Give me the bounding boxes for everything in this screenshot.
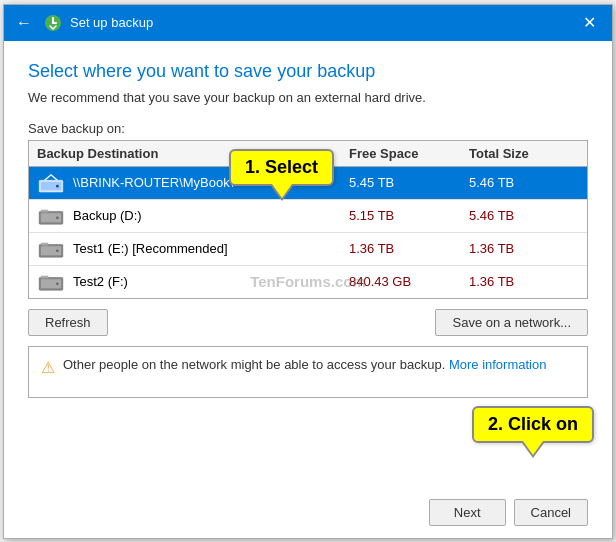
cell-totalsize: 1.36 TB xyxy=(469,274,579,289)
table-row[interactable]: Test1 (E:) [Recommended] 1.36 TB 1.36 TB xyxy=(29,233,587,266)
table-body: \\BRINK-ROUTER\MyBook\ 5.45 TB 5.46 TB B… xyxy=(29,167,587,298)
cell-destination: Backup (D:) xyxy=(37,206,349,226)
network-drive-icon xyxy=(37,173,65,193)
cell-totalsize: 5.46 TB xyxy=(469,175,579,190)
cell-freespace: 5.15 TB xyxy=(349,208,469,223)
warning-box: ⚠ Other people on the network might be a… xyxy=(28,346,588,398)
table-row[interactable]: Test2 (F:) 840.43 GB 1.36 TB xyxy=(29,266,587,298)
callout-1: 1. Select xyxy=(229,149,334,186)
destination-text: \\BRINK-ROUTER\MyBook\ xyxy=(73,175,233,190)
cell-freespace: 1.36 TB xyxy=(349,241,469,256)
col-header-totalsize: Total Size xyxy=(469,146,579,161)
cell-freespace: 5.45 TB xyxy=(349,175,469,190)
cell-totalsize: 5.46 TB xyxy=(469,208,579,223)
destination-text: Test2 (F:) xyxy=(73,274,128,289)
warning-text: Other people on the network might be abl… xyxy=(63,357,546,372)
next-button[interactable]: Next xyxy=(429,499,506,526)
table-row[interactable]: Backup (D:) 5.15 TB 5.46 TB xyxy=(29,200,587,233)
warning-icon: ⚠ xyxy=(41,358,55,377)
save-label: Save backup on: xyxy=(28,121,588,136)
svg-point-3 xyxy=(56,184,59,187)
local-drive-icon xyxy=(37,239,65,259)
title-bar: ← Set up backup ✕ xyxy=(4,5,612,41)
cell-totalsize: 1.36 TB xyxy=(469,241,579,256)
cell-destination: Test2 (F:) xyxy=(37,272,349,292)
more-info-link[interactable]: More information xyxy=(449,357,547,372)
col-header-freespace: Free Space xyxy=(349,146,469,161)
svg-rect-11 xyxy=(41,242,48,245)
svg-rect-15 xyxy=(41,275,48,278)
subtitle: We recommend that you save your backup o… xyxy=(28,90,588,105)
save-network-button[interactable]: Save on a network... xyxy=(435,309,588,336)
backup-icon xyxy=(44,14,62,32)
footer: Next Cancel xyxy=(4,491,612,538)
callout-2: 2. Click on xyxy=(472,406,594,443)
back-button[interactable]: ← xyxy=(16,14,32,32)
close-button[interactable]: ✕ xyxy=(579,13,600,32)
svg-point-10 xyxy=(56,249,59,252)
cancel-button[interactable]: Cancel xyxy=(514,499,588,526)
local-drive-icon xyxy=(37,206,65,226)
destination-text: Test1 (E:) [Recommended] xyxy=(73,241,228,256)
window: ← Set up backup ✕ 1. Select Select where… xyxy=(3,4,613,539)
local-drive-icon xyxy=(37,272,65,292)
refresh-button[interactable]: Refresh xyxy=(28,309,108,336)
destination-text: Backup (D:) xyxy=(73,208,142,223)
action-row: Refresh Save on a network... xyxy=(28,309,588,336)
cell-freespace: 840.43 GB xyxy=(349,274,469,289)
svg-point-14 xyxy=(56,282,59,285)
svg-point-6 xyxy=(56,216,59,219)
svg-rect-7 xyxy=(41,209,48,212)
window-title: Set up backup xyxy=(70,15,153,30)
page-title: Select where you want to save your backu… xyxy=(28,61,588,82)
cell-destination: Test1 (E:) [Recommended] xyxy=(37,239,349,259)
window-content: 1. Select Select where you want to save … xyxy=(4,41,612,491)
